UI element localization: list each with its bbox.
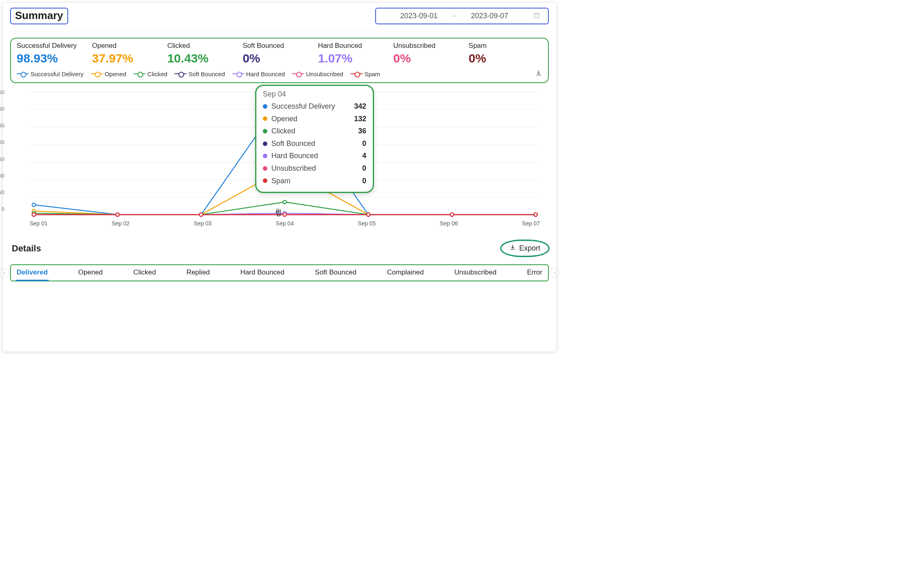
stat-value: 0% [393,51,467,65]
date-range-picker[interactable]: 2023-09-01 → 2023-09-07 [375,8,549,24]
stat-value: 0% [243,51,316,65]
tooltip-row: Spam0 [263,175,366,187]
tabs-scroll-left[interactable]: ‹ [0,268,9,278]
legend-label: Spam [364,71,380,77]
legend-item[interactable]: Unsubscribed [292,71,343,77]
legend-item[interactable]: Soft Bounced [174,71,225,77]
x-tick: Sep 05 [358,220,376,227]
tooltip-row: Opened132 [263,113,366,125]
stat-clicked: Clicked10.43% [167,42,241,65]
stat-label: Soft Bounced [243,42,316,50]
y-tick: 100 [0,172,4,178]
stat-value: 10.43% [167,51,241,65]
tooltip-series-name: Spam [271,175,348,187]
date-end: 2023-09-07 [471,12,508,20]
legend-label: Hard Bounced [246,71,285,77]
dot-icon [263,104,267,109]
tab-soft-bounced[interactable]: Soft Bounced [315,268,357,276]
stat-soft: Soft Bounced0% [243,42,316,65]
stat-value: 98.93% [17,51,90,65]
tab-hard-bounced[interactable]: Hard Bounced [241,268,285,276]
svg-point-27 [283,200,286,204]
legend-item[interactable]: Opened [91,71,126,77]
stats-box: Successful Delivery98.93%Opened37.97%Cli… [10,38,549,83]
stat-label: Opened [92,42,166,50]
tooltip-series-name: Opened [271,113,348,125]
stat-value: 0% [468,51,542,65]
tooltip-series-value: 0 [352,137,366,150]
svg-point-56 [367,213,370,216]
y-tick: 300 [0,106,4,112]
legend-marker-icon [174,73,187,74]
date-start: 2023-09-01 [400,12,438,20]
y-tick: 200 [0,139,4,145]
legend-item[interactable]: Spam [350,71,380,77]
stats-row: Successful Delivery98.93%Opened37.97%Cli… [17,42,542,65]
x-axis-ticks: Sep 01Sep 02Sep 03Sep 04Sep 05Sep 06Sep … [30,220,540,227]
legend-marker-icon [292,73,304,74]
legend-marker-icon [232,73,245,74]
tab-error[interactable]: Error [527,268,542,276]
stat-spam: Spam0% [468,42,542,65]
svg-point-57 [450,213,453,216]
chart-area: 050100150200250300350 Sep 01Sep 02Sep 03… [30,89,540,219]
legend-item[interactable]: Successful Delivery [17,71,84,77]
x-tick: Sep 02 [112,220,129,227]
stat-value: 1.07% [318,51,392,65]
download-chart-icon[interactable] [535,69,542,78]
legend-label: Unsubscribed [306,71,343,77]
stat-value: 37.97% [92,51,166,65]
stat-label: Unsubscribed [393,42,467,50]
legend-item[interactable]: Hard Bounced [232,71,285,77]
x-tick: Sep 07 [522,220,540,227]
tab-replied[interactable]: Replied [187,268,210,276]
summary-tag: Summary [10,8,68,24]
dot-icon [263,129,267,133]
dashboard-card: Summary 2023-09-01 → 2023-09-07 Successf… [2,2,557,352]
x-tick: Sep 04 [276,220,294,227]
legend-marker-icon [133,73,146,74]
x-tick: Sep 03 [194,220,212,227]
svg-point-55 [283,213,286,216]
tab-complained[interactable]: Complained [387,268,424,276]
tooltip-series-name: Hard Bounced [271,150,348,162]
y-tick: 0 [2,206,4,212]
details-tabs: DeliveredOpenedClickedRepliedHard Bounce… [10,264,549,281]
tab-unsubscribed[interactable]: Unsubscribed [454,268,496,276]
tab-clicked[interactable]: Clicked [133,268,156,276]
dot-icon [263,178,267,183]
arrow-right-icon: → [451,12,458,20]
export-label: Export [519,244,540,253]
legend-label: Soft Bounced [188,71,225,77]
stat-label: Spam [468,42,542,50]
tooltip-series-name: Clicked [271,125,348,137]
header-row: Summary 2023-09-01 → 2023-09-07 [10,8,549,24]
tooltip-series-value: 342 [352,100,366,113]
legend-label: Opened [105,71,126,77]
svg-point-52 [32,213,35,216]
tooltip-series-name: Soft Bounced [271,137,348,150]
tooltip-series-value: 132 [352,113,366,125]
y-tick: 350 [0,89,4,95]
svg-point-54 [200,213,203,216]
tooltip-title: Sep 04 [263,90,366,99]
dot-icon [263,166,267,171]
x-tick: Sep 01 [30,220,47,227]
legend-label: Successful Delivery [30,71,84,77]
tooltip-series-value: 36 [352,125,366,137]
legend-marker-icon [91,73,103,74]
legend-item[interactable]: Clicked [133,71,167,77]
y-tick: 250 [0,122,4,129]
stat-hard: Hard Bounced1.07% [318,42,392,65]
tab-opened[interactable]: Opened [78,268,103,276]
tab-delivered[interactable]: Delivered [17,268,48,276]
chart-legend: Successful DeliveryOpenedClickedSoft Bou… [17,69,542,78]
export-button[interactable]: Export [503,241,547,255]
tooltip-row: Soft Bounced0 [263,137,366,150]
stat-label: Successful Delivery [17,42,90,50]
tooltip-series-name: Successful Delivery [271,100,348,113]
details-title: Details [12,243,41,254]
dot-icon [263,154,267,158]
tabs-scroll-right[interactable]: › [550,268,559,278]
stat-label: Clicked [167,42,241,50]
